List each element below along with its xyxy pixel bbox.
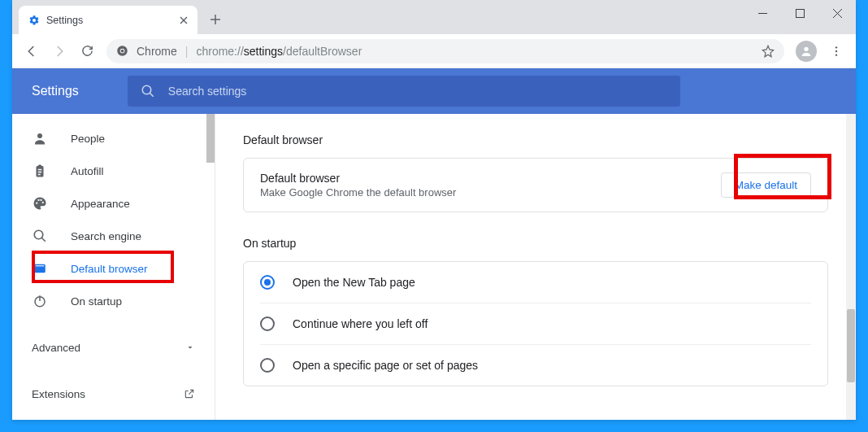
default-browser-card: Default browser Make Google Chrome the d… bbox=[243, 158, 828, 212]
sidebar-item-people[interactable]: People bbox=[12, 122, 215, 155]
svg-point-17 bbox=[37, 133, 42, 138]
tab-title: Settings bbox=[46, 15, 173, 26]
menu-button[interactable] bbox=[823, 38, 849, 64]
url-text: chrome://settings/defaultBrowser bbox=[196, 45, 362, 58]
gear-icon bbox=[28, 15, 40, 26]
external-link-icon bbox=[184, 388, 195, 399]
settings-main: Default browser Default browser Make Goo… bbox=[215, 114, 856, 420]
star-icon[interactable] bbox=[762, 45, 775, 58]
startup-card: Open the New Tab page Continue where you… bbox=[243, 261, 828, 386]
url-scheme-label: Chrome bbox=[137, 45, 177, 58]
advanced-label: Advanced bbox=[32, 342, 80, 354]
close-button[interactable] bbox=[818, 0, 856, 26]
chrome-icon bbox=[116, 45, 128, 57]
radio-icon bbox=[260, 275, 275, 290]
minimize-button[interactable] bbox=[744, 0, 781, 26]
content-scrollbar-track[interactable] bbox=[846, 114, 856, 420]
svg-point-15 bbox=[142, 85, 151, 94]
svg-point-12 bbox=[835, 46, 837, 48]
svg-point-18 bbox=[34, 230, 43, 239]
startup-option-continue[interactable]: Continue where you left off bbox=[244, 303, 827, 344]
search-icon bbox=[141, 84, 155, 98]
sidebar-scrollbar[interactable] bbox=[206, 114, 215, 163]
settings-header: Settings Search settings bbox=[12, 68, 856, 114]
settings-title: Settings bbox=[32, 84, 79, 98]
search-icon bbox=[32, 229, 48, 243]
sidebar-label: Default browser bbox=[71, 263, 148, 275]
sidebar-item-extensions[interactable]: Extensions bbox=[12, 377, 215, 410]
svg-point-11 bbox=[804, 46, 808, 50]
sidebar-item-default-browser[interactable]: Default browser bbox=[12, 252, 215, 285]
svg-line-16 bbox=[150, 93, 154, 97]
forward-button[interactable] bbox=[46, 38, 72, 64]
startup-option-newtab[interactable]: Open the New Tab page bbox=[244, 262, 827, 303]
sidebar-item-advanced[interactable]: Advanced bbox=[12, 331, 215, 364]
section-title-startup: On startup bbox=[243, 237, 828, 250]
settings-app: Settings Search settings People bbox=[12, 68, 856, 420]
address-bar[interactable]: Chrome | chrome://settings/defaultBrowse… bbox=[106, 39, 784, 63]
option-label: Open a specific page or set of pages bbox=[293, 359, 478, 372]
search-placeholder: Search settings bbox=[168, 85, 247, 98]
sidebar-label: People bbox=[71, 133, 105, 145]
close-icon[interactable] bbox=[180, 16, 188, 24]
svg-rect-22 bbox=[36, 265, 45, 266]
person-icon bbox=[32, 131, 48, 146]
browser-icon bbox=[32, 261, 48, 276]
content-scrollbar-thumb[interactable] bbox=[847, 309, 855, 382]
titlebar: Settings bbox=[12, 0, 856, 34]
new-tab-button[interactable] bbox=[202, 7, 228, 33]
maximize-button[interactable] bbox=[781, 0, 818, 26]
option-label: Open the New Tab page bbox=[293, 276, 415, 289]
settings-sidebar: People Autofill Appearance Search engine bbox=[12, 114, 215, 420]
back-button[interactable] bbox=[19, 38, 45, 64]
extensions-label: Extensions bbox=[32, 388, 85, 400]
power-icon bbox=[32, 294, 48, 308]
palette-icon bbox=[32, 196, 48, 211]
make-default-button[interactable]: Make default bbox=[721, 172, 811, 198]
sidebar-item-autofill[interactable]: Autofill bbox=[12, 155, 215, 187]
section-title-default: Default browser bbox=[243, 133, 828, 146]
sidebar-label: On startup bbox=[71, 295, 122, 308]
svg-rect-5 bbox=[796, 9, 804, 17]
sidebar-item-on-startup[interactable]: On startup bbox=[12, 285, 215, 317]
clipboard-icon bbox=[32, 164, 48, 178]
svg-point-13 bbox=[835, 50, 837, 51]
sidebar-label: Autofill bbox=[71, 165, 104, 177]
svg-line-19 bbox=[41, 238, 46, 242]
default-card-title: Default browser bbox=[260, 172, 456, 185]
radio-icon bbox=[260, 316, 275, 331]
sidebar-label: Search engine bbox=[71, 230, 141, 242]
option-label: Continue where you left off bbox=[293, 317, 427, 330]
radio-icon bbox=[260, 358, 275, 373]
browser-window: Settings bbox=[12, 0, 856, 420]
separator: | bbox=[185, 45, 189, 58]
reload-button[interactable] bbox=[74, 38, 100, 64]
profile-avatar[interactable] bbox=[796, 41, 817, 62]
sidebar-item-search-engine[interactable]: Search engine bbox=[12, 220, 215, 252]
toolbar: Chrome | chrome://settings/defaultBrowse… bbox=[12, 34, 856, 68]
default-card-subtitle: Make Google Chrome the default browser bbox=[260, 186, 456, 199]
settings-search[interactable]: Search settings bbox=[128, 76, 680, 107]
svg-point-14 bbox=[835, 54, 837, 55]
sidebar-item-appearance[interactable]: Appearance bbox=[12, 187, 215, 220]
browser-tab[interactable]: Settings bbox=[19, 6, 197, 34]
startup-option-specific[interactable]: Open a specific page or set of pages bbox=[244, 345, 827, 386]
chevron-down-icon bbox=[185, 343, 195, 352]
sidebar-label: Appearance bbox=[71, 198, 130, 210]
svg-point-10 bbox=[121, 50, 124, 53]
